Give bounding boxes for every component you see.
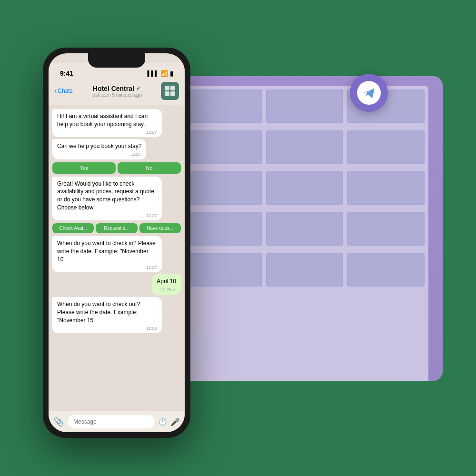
message-2: Can we help you book your stay? 12:27 [52, 139, 146, 159]
status-icons: ▌▌▌ 📶 ▮ [148, 70, 173, 77]
message-2-text: Can we help you book your stay? [57, 143, 141, 149]
message-6-time: 12:28 [57, 326, 157, 332]
chat-input-bar: 📎 🕐 🎤 [49, 411, 185, 432]
chat-messages-area: Hi! I am a virtual assistant and I can h… [49, 105, 185, 411]
status-time: 9:41 [60, 69, 73, 77]
message-3: Great! Would you like to check availabil… [52, 177, 162, 221]
telegram-badge [350, 74, 388, 112]
telegram-icon [357, 81, 381, 105]
message-6: When do you want to check out? Please wr… [52, 297, 162, 333]
back-button[interactable]: ‹ Chats [54, 87, 73, 95]
message-1-time: 12:27 [57, 129, 157, 136]
message-3-time: 12:27 [57, 213, 157, 219]
svg-rect-2 [165, 91, 169, 96]
svg-rect-1 [170, 86, 175, 90]
scene: 9:41 ▌▌▌ 📶 ▮ ‹ Chats Hotel Central ✔ [43, 48, 433, 428]
message-4-time: 12:27 [57, 265, 157, 271]
chat-avatar [161, 82, 179, 100]
message-3-text: Great! Would you like to check availabil… [57, 180, 154, 211]
microphone-icon[interactable]: 🎤 [170, 417, 180, 426]
battery-icon: ▮ [170, 70, 173, 77]
chat-name: Hotel Central ✔ [77, 85, 157, 92]
message-5-text: April 10 [157, 278, 176, 285]
emoji-icon[interactable]: 🕐 [159, 418, 167, 426]
phone-mockup: 9:41 ▌▌▌ 📶 ▮ ‹ Chats Hotel Central ✔ [43, 48, 190, 438]
hotel-background-card [167, 76, 443, 381]
chat-header: ‹ Chats Hotel Central ✔ last seen 5 minu… [49, 79, 185, 105]
message-4: When do you want to check in? Please wri… [52, 236, 162, 272]
purple-overlay [167, 76, 443, 381]
checkmark-icon: ✓ [172, 287, 176, 293]
verified-icon: ✔ [136, 85, 141, 92]
chat-header-info: Hotel Central ✔ last seen 5 minutes ago [77, 85, 157, 98]
message-input[interactable] [68, 415, 155, 428]
chat-status: last seen 5 minutes ago [77, 92, 157, 98]
svg-rect-3 [170, 91, 175, 96]
message-1: Hi! I am a virtual assistant and I can h… [52, 109, 162, 137]
svg-rect-0 [165, 86, 169, 90]
wifi-icon: 📶 [160, 70, 168, 77]
attach-icon[interactable]: 📎 [53, 416, 64, 427]
signal-icon: ▌▌▌ [148, 70, 159, 76]
message-1-text: Hi! I am a virtual assistant and I can h… [57, 113, 148, 128]
message-5-time: 12:28 ✓ [157, 287, 176, 293]
message-6-text: When do you want to check out? Please wr… [57, 301, 140, 324]
message-2-time: 12:27 [57, 151, 141, 158]
phone-screen: 9:41 ▌▌▌ 📶 ▮ ‹ Chats Hotel Central ✔ [49, 53, 185, 432]
message-5-sent: April 10 12:28 ✓ [152, 274, 181, 295]
phone-notch [88, 53, 145, 68]
message-4-text: When do you want to check in? Please wri… [57, 240, 156, 263]
